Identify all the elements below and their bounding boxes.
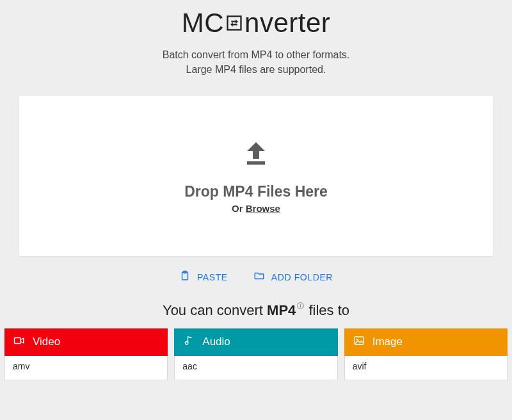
- clipboard-icon: [179, 270, 191, 284]
- upload-icon: [241, 138, 271, 172]
- category-audio: Audio aac: [174, 328, 337, 380]
- category-audio-list[interactable]: aac: [174, 356, 337, 380]
- svg-point-10: [356, 339, 358, 340]
- category-image-label: Image: [372, 335, 403, 348]
- category-image-list[interactable]: avif: [344, 356, 508, 380]
- logo-prefix: MC: [182, 8, 224, 38]
- paste-button[interactable]: PASTE: [179, 270, 228, 284]
- list-item[interactable]: [5, 376, 167, 380]
- add-folder-button[interactable]: ADD FOLDER: [253, 270, 333, 284]
- convert-format: MP4: [267, 303, 296, 319]
- music-note-icon: [183, 335, 195, 350]
- dropzone-or-prefix: Or: [232, 203, 246, 214]
- convert-suffix: files to: [305, 303, 349, 319]
- app-logo: MC nverter: [19, 8, 493, 38]
- svg-rect-0: [228, 17, 241, 30]
- svg-rect-9: [355, 337, 364, 344]
- info-icon[interactable]: [296, 302, 305, 310]
- list-item[interactable]: [175, 376, 337, 380]
- subtitle-line2: Large MP4 files are supported.: [19, 62, 493, 77]
- category-image-header[interactable]: Image: [344, 328, 508, 356]
- category-audio-label: Audio: [202, 335, 230, 348]
- paste-label: PASTE: [197, 272, 228, 282]
- category-video-label: Video: [33, 335, 60, 348]
- swap-icon: [225, 14, 243, 32]
- convert-heading: You can convert MP4 files to: [19, 302, 493, 319]
- list-item[interactable]: aac: [175, 356, 337, 376]
- convert-prefix: You can convert: [163, 303, 267, 319]
- svg-point-5: [300, 304, 301, 305]
- dropzone-title: Drop MP4 Files Here: [184, 183, 328, 200]
- category-audio-header[interactable]: Audio: [174, 328, 337, 356]
- image-icon: [353, 335, 365, 350]
- logo-suffix: nverter: [244, 8, 330, 38]
- list-item[interactable]: [345, 376, 507, 380]
- action-row: PASTE ADD FOLDER: [19, 270, 493, 284]
- browse-link[interactable]: Browse: [246, 203, 280, 214]
- category-video: Video amv: [4, 328, 168, 380]
- category-row: Video amv Audio: [4, 328, 508, 380]
- category-image: Image avif: [344, 328, 508, 380]
- subtitle-line1: Batch convert from MP4 to other formats.: [19, 47, 493, 62]
- category-video-list[interactable]: amv: [4, 356, 168, 380]
- page-subtitle: Batch convert from MP4 to other formats.…: [19, 47, 493, 77]
- svg-rect-6: [300, 305, 301, 307]
- svg-rect-1: [247, 161, 265, 165]
- video-icon: [13, 335, 25, 350]
- folder-icon: [253, 270, 265, 284]
- file-dropzone[interactable]: Drop MP4 Files Here Or Browse: [19, 96, 493, 256]
- svg-rect-7: [15, 337, 21, 343]
- svg-point-8: [186, 341, 189, 344]
- list-item[interactable]: amv: [5, 356, 167, 376]
- category-video-header[interactable]: Video: [4, 328, 168, 356]
- dropzone-or: Or Browse: [232, 203, 280, 214]
- list-item[interactable]: avif: [345, 356, 507, 376]
- add-folder-label: ADD FOLDER: [271, 272, 333, 282]
